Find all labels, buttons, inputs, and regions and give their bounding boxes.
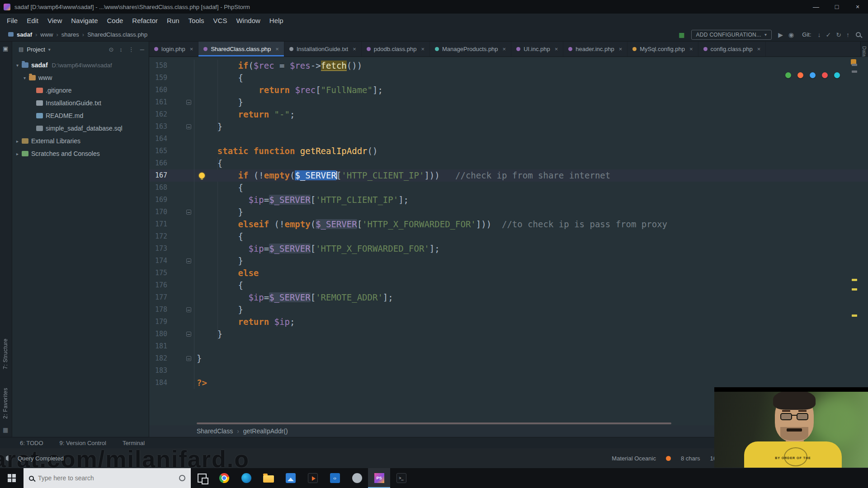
tree-item-InstallationGuide.txt[interactable]: InstallationGuide.txt <box>12 97 149 109</box>
tab-header.inc.php[interactable]: header.inc.php× <box>563 42 627 56</box>
gutter-fold-area[interactable] <box>167 72 194 84</box>
line-number[interactable]: 184 <box>149 377 167 389</box>
line-number[interactable]: 162 <box>149 108 167 121</box>
close-tab-icon[interactable]: × <box>421 46 425 52</box>
code-editor[interactable]: 158 if($rec = $res->fetch())159 {160 ret… <box>149 57 868 425</box>
line-number[interactable]: 182 <box>149 352 167 365</box>
line-number[interactable]: 167 <box>149 169 167 182</box>
project-toolwindow-icon[interactable]: ▣ <box>3 45 8 52</box>
tree-chevron-icon[interactable]: ▸ <box>14 139 21 144</box>
close-tab-icon[interactable]: × <box>275 46 279 52</box>
gutter-fold-area[interactable]: – <box>167 96 194 108</box>
close-tab-icon[interactable]: × <box>353 46 356 52</box>
line-number[interactable]: 158 <box>149 60 167 72</box>
toolwindow-button-todo[interactable]: 6: TODO <box>20 440 43 446</box>
gutter-fold-area[interactable]: – <box>167 328 194 340</box>
minimize-button[interactable]: — <box>806 0 826 14</box>
editor-breadcrumb-item[interactable]: getRealIpAddr() <box>243 427 288 435</box>
gutter-fold-area[interactable] <box>167 145 194 157</box>
line-number[interactable]: 169 <box>149 194 167 206</box>
collapse-all-icon[interactable]: ↕ <box>119 46 123 53</box>
favorites-toolwindow-tab[interactable]: 2: Favorites <box>2 388 9 419</box>
line-number[interactable]: 160 <box>149 84 167 96</box>
quick-action-icon[interactable] <box>797 72 803 78</box>
fold-marker-icon[interactable]: – <box>186 356 191 361</box>
fold-marker-icon[interactable]: – <box>186 258 191 263</box>
menu-code[interactable]: Code <box>102 14 127 27</box>
close-tab-icon[interactable]: × <box>689 46 693 52</box>
gutter-fold-area[interactable] <box>167 316 194 328</box>
maximize-button[interactable]: □ <box>826 0 847 14</box>
line-number[interactable]: 172 <box>149 230 167 243</box>
taskbar-photos-button[interactable] <box>279 468 302 488</box>
line-number[interactable]: 168 <box>149 182 167 194</box>
gutter-fold-area[interactable]: – <box>167 255 194 267</box>
gutter-fold-area[interactable] <box>167 340 194 352</box>
line-number[interactable]: 161 <box>149 96 167 108</box>
breadcrumb-item[interactable]: SharedClass.class.php <box>87 31 147 38</box>
menu-window[interactable]: Window <box>231 14 264 27</box>
tab-UI.inc.php[interactable]: UI.inc.php× <box>511 42 563 56</box>
fold-marker-icon[interactable]: – <box>186 100 191 105</box>
gutter-fold-area[interactable] <box>167 157 194 169</box>
taskbar-terminal-button[interactable]: >_ <box>390 468 412 488</box>
menu-vcs[interactable]: VCS <box>209 14 232 27</box>
gutter-fold-area[interactable] <box>167 267 194 279</box>
fold-marker-icon[interactable]: – <box>186 332 191 337</box>
menu-run[interactable]: Run <box>162 14 184 27</box>
add-configuration-button[interactable]: ADD CONFIGURATION... ▾ <box>691 30 772 40</box>
stripe-marker[interactable] <box>852 64 857 66</box>
gutter-fold-area[interactable] <box>167 169 194 182</box>
gutter-fold-area[interactable] <box>167 365 194 377</box>
menu-navigate[interactable]: Navigate <box>66 14 102 27</box>
gutter-fold-area[interactable] <box>167 230 194 243</box>
tree-item-External Libraries[interactable]: ▸External Libraries <box>12 135 149 147</box>
menu-refactor[interactable]: Refactor <box>127 14 162 27</box>
git-check-icon[interactable]: ✓ <box>826 31 831 38</box>
fold-marker-icon[interactable]: – <box>186 124 191 129</box>
close-tab-icon[interactable]: × <box>619 46 623 52</box>
line-number[interactable]: 173 <box>149 243 167 255</box>
breadcrumb-item[interactable]: sadaf <box>17 31 32 38</box>
stripe-marker[interactable] <box>852 288 857 291</box>
line-number[interactable]: 176 <box>149 279 167 291</box>
gutter-fold-area[interactable] <box>167 182 194 194</box>
tree-item-www[interactable]: ▾www <box>12 71 149 84</box>
gutter-fold-area[interactable] <box>167 377 194 389</box>
tab-config.class.php[interactable]: config.class.php× <box>698 42 766 56</box>
tab-pdodb.class.php[interactable]: pdodb.class.php× <box>362 42 430 56</box>
line-number[interactable]: 163 <box>149 121 167 133</box>
gutter-fold-area[interactable] <box>167 194 194 206</box>
gutter-fold-area[interactable]: – <box>167 206 194 218</box>
taskbar-edge-button[interactable] <box>235 468 257 488</box>
options-icon[interactable]: ⋮ <box>128 46 134 53</box>
taskbar-phpstorm-button[interactable] <box>368 468 390 488</box>
project-panel-title[interactable]: Project <box>27 46 45 53</box>
line-number[interactable]: 175 <box>149 267 167 279</box>
close-tab-icon[interactable]: × <box>555 46 558 52</box>
taskbar-code-editor-button[interactable]: ‹› <box>324 468 346 488</box>
cortana-icon[interactable] <box>179 475 185 481</box>
search-everywhere-icon[interactable] <box>856 32 861 37</box>
gutter-fold-area[interactable] <box>167 218 194 230</box>
gutter-fold-area[interactable] <box>167 291 194 304</box>
git-refresh-icon[interactable]: ↻ <box>836 31 841 38</box>
tab-login.php[interactable]: login.php× <box>149 42 198 56</box>
tree-item-README.md[interactable]: README.md <box>12 109 149 122</box>
tab-MySql.config.php[interactable]: MySql.config.php× <box>627 42 698 56</box>
bug-icon[interactable]: ◉ <box>788 31 794 38</box>
fold-marker-icon[interactable]: – <box>186 210 191 215</box>
stripe-marker[interactable] <box>852 314 857 317</box>
quick-action-icon[interactable] <box>785 72 791 78</box>
tab-InstallationGuide.txt[interactable]: InstallationGuide.txt× <box>284 42 362 56</box>
fold-marker-icon[interactable]: – <box>186 307 191 312</box>
search-input[interactable] <box>38 474 175 482</box>
gutter-fold-area[interactable] <box>167 279 194 291</box>
close-tab-icon[interactable]: × <box>190 46 193 52</box>
git-up-icon[interactable]: ↑ <box>846 31 849 38</box>
line-number[interactable]: 166 <box>149 157 167 169</box>
gutter-fold-area[interactable] <box>167 108 194 121</box>
taskbar-folder-button[interactable] <box>257 468 279 488</box>
gutter-fold-area[interactable]: – <box>167 304 194 316</box>
start-button[interactable] <box>0 468 24 488</box>
